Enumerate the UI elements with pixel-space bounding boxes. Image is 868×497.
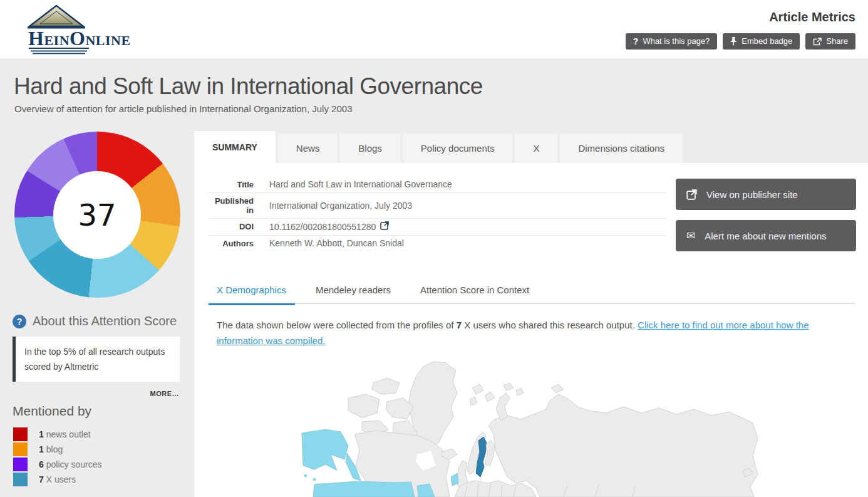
summary-panel: Title Hard and Soft Law in International…: [194, 163, 868, 497]
detail-row-authors: Authors Kenneth W. Abbott, Duncan Snidal: [208, 236, 667, 251]
altmetric-details-page: HeinOnline Article Metrics ? What is thi…: [0, 0, 868, 497]
page-title: Article Metrics: [626, 10, 855, 24]
x-user-count: 7: [457, 320, 462, 330]
tab-summary[interactable]: SUMMARY: [194, 131, 276, 163]
share-icon: [813, 38, 822, 46]
article-details-table: Title Hard and Soft Law in International…: [208, 177, 667, 251]
doi-link[interactable]: 10.1162/002081800551280: [269, 222, 376, 232]
mention-row-news[interactable]: 1news outlet: [0, 427, 194, 442]
external-link-icon[interactable]: [380, 221, 389, 232]
heinonline-logo[interactable]: HeinOnline: [14, 4, 159, 58]
mention-row-x-users[interactable]: 7X users: [0, 472, 194, 487]
tab-blogs[interactable]: Blogs: [340, 133, 400, 163]
question-icon: ?: [633, 36, 639, 46]
envelope-icon: ✉: [686, 231, 695, 241]
mention-row-blog[interactable]: 1blog: [0, 442, 194, 457]
tab-news[interactable]: News: [278, 133, 338, 163]
sidebar: 37 ? About this Attention Score In the t…: [0, 130, 194, 497]
embed-badge-button[interactable]: Embed badge: [723, 33, 800, 50]
x-demographics-world-map[interactable]: [301, 360, 764, 497]
policy-color-swatch: [13, 458, 28, 471]
what-is-this-page-button[interactable]: ? What is this page?: [626, 33, 718, 50]
tab-policy-documents[interactable]: Policy documents: [403, 133, 513, 163]
demographics-intro: The data shown below were collected from…: [217, 317, 853, 348]
pushpin-icon: [730, 37, 737, 46]
attention-score: 37: [78, 197, 116, 233]
x-users-color-swatch: [13, 473, 28, 486]
subtab-mendeley-readers[interactable]: Mendeley readers: [307, 285, 400, 304]
action-buttons: View on publisher site ✉ Alert me about …: [676, 179, 856, 251]
svg-text:HeinOnline: HeinOnline: [28, 27, 131, 50]
more-link[interactable]: MORE…: [0, 390, 179, 397]
mention-list: 1news outlet 1blog 6policy sources 7X us…: [0, 427, 194, 487]
article-subtitle: Overview of attention for article publis…: [14, 103, 868, 114]
detail-row-published-in: Published in International Organization,…: [208, 193, 667, 219]
main-tab-bar: SUMMARY News Blogs Policy documents X Di…: [194, 131, 683, 163]
help-circle-icon[interactable]: ?: [13, 315, 26, 328]
altmetric-donut-badge[interactable]: 37: [14, 132, 180, 298]
external-link-icon: [686, 189, 697, 200]
article-header: Hard and Soft Law in International Gover…: [0, 60, 868, 114]
subtab-x-demographics[interactable]: X Demographics: [209, 285, 295, 305]
article-title: Hard and Soft Law in International Gover…: [14, 73, 868, 100]
about-heading: About this Attention Score: [33, 314, 177, 328]
world-map-svg: [301, 360, 764, 497]
tab-x[interactable]: X: [515, 133, 557, 163]
share-button[interactable]: Share: [805, 33, 855, 50]
detail-row-title: Title Hard and Soft Law in International…: [208, 177, 667, 193]
news-color-swatch: [13, 427, 28, 441]
alert-new-mentions-button[interactable]: ✉ Alert me about new mentions: [676, 220, 856, 251]
top-header: HeinOnline Article Metrics ? What is thi…: [0, 0, 868, 60]
view-on-publisher-button[interactable]: View on publisher site: [676, 179, 856, 210]
subtab-attention-score-context[interactable]: Attention Score in Context: [412, 285, 538, 304]
mentioned-by-heading: Mentioned by: [13, 404, 194, 419]
score-context-text: In the top 5% of all research outputs sc…: [24, 344, 171, 374]
tab-dimensions-citations[interactable]: Dimensions citations: [560, 133, 683, 163]
detail-row-doi: DOI 10.1162/002081800551280: [208, 219, 667, 236]
demographics-tab-bar: X Demographics Mendeley readers Attentio…: [209, 283, 855, 304]
score-context-box: In the top 5% of all research outputs sc…: [13, 337, 180, 382]
about-attention-score: ? About this Attention Score: [13, 314, 194, 328]
blog-color-swatch: [13, 442, 28, 456]
mention-row-policy[interactable]: 6policy sources: [0, 457, 194, 472]
heinonline-logo-icon: HeinOnline: [14, 4, 159, 55]
